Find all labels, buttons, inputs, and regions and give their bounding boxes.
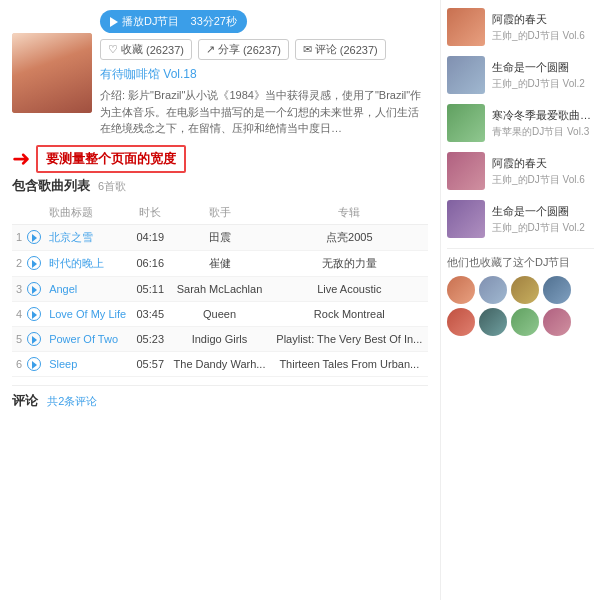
fan-avatar[interactable] xyxy=(511,308,539,336)
play-duration: 33分27秒 xyxy=(191,14,237,29)
play-circle-icon[interactable] xyxy=(27,332,41,346)
fan-avatar[interactable] xyxy=(543,276,571,304)
annotation-box: 要测量整个页面的宽度 xyxy=(36,145,186,173)
sidebar-song-sub: 王帅_的DJ节目 Vol.6 xyxy=(492,173,594,187)
sidebar-song-sub: 青苹果的DJ节目 Vol.3 xyxy=(492,125,594,139)
album-info: 播放DJ节目 33分27秒 ♡ 收藏 (26237) ↗ 分享 (26237) xyxy=(100,10,428,137)
sidebar-avatar xyxy=(447,104,485,142)
comment-count: (26237) xyxy=(340,44,378,56)
sidebar-song-name: 寒冷冬季最爱歌曲旅行 xyxy=(492,108,594,123)
song-title[interactable]: Angel xyxy=(45,276,132,301)
fan-avatar[interactable] xyxy=(447,276,475,304)
comments-section: 评论 共2条评论 xyxy=(12,385,428,410)
sidebar-related-item[interactable]: 阿霞的春天 王帅_的DJ节目 Vol.6 xyxy=(447,8,594,46)
song-num: 6 xyxy=(12,351,45,376)
sidebar-item-text: 生命是一个圆圈 王帅_的DJ节目 Vol.2 xyxy=(492,60,594,91)
table-row: 2 时代的晚上 06:16 崔健 无敌的力量 xyxy=(12,250,428,276)
song-num: 1 xyxy=(12,224,45,250)
share-icon: ↗ xyxy=(206,43,215,56)
sidebar-song-name: 生命是一个圆圈 xyxy=(492,60,594,75)
collect-button[interactable]: ♡ 收藏 (26237) xyxy=(100,39,192,60)
sidebar-related-item[interactable]: 阿霞的春天 王帅_的DJ节目 Vol.6 xyxy=(447,152,594,190)
table-row: 4 Love Of My Life 03:45 Queen Rock Montr… xyxy=(12,301,428,326)
play-circle-icon[interactable] xyxy=(27,230,41,244)
table-row: 6 Sleep 05:57 The Dandy Warh... Thirteen… xyxy=(12,351,428,376)
play-circle-icon[interactable] xyxy=(27,357,41,371)
col-artist: 歌手 xyxy=(168,201,270,225)
col-title: 歌曲标题 xyxy=(45,201,132,225)
sidebar-song-name: 生命是一个圆圈 xyxy=(492,204,594,219)
play-icon xyxy=(110,17,118,27)
song-artist: Queen xyxy=(168,301,270,326)
sidebar-item-text: 阿霞的春天 王帅_的DJ节目 Vol.6 xyxy=(492,12,594,43)
song-artist: 田震 xyxy=(168,224,270,250)
play-circle-icon[interactable] xyxy=(27,256,41,270)
sidebar-item-text: 阿霞的春天 王帅_的DJ节目 Vol.6 xyxy=(492,156,594,187)
song-duration: 05:11 xyxy=(132,276,168,301)
table-row: 1 北京之雪 04:19 田震 点亮2005 xyxy=(12,224,428,250)
col-duration: 时长 xyxy=(132,201,168,225)
song-count: 6首歌 xyxy=(98,179,126,194)
share-label: 分享 xyxy=(218,42,240,57)
fans-title: 他们也收藏了这个DJ节目 xyxy=(447,255,594,270)
sidebar-avatar xyxy=(447,200,485,238)
song-album: Rock Montreal xyxy=(271,301,428,326)
song-duration: 04:19 xyxy=(132,224,168,250)
play-button[interactable]: 播放DJ节目 33分27秒 xyxy=(100,10,247,33)
fan-avatar[interactable] xyxy=(479,276,507,304)
song-artist: 崔健 xyxy=(168,250,270,276)
fan-avatar[interactable] xyxy=(511,276,539,304)
fans-avatars xyxy=(447,276,594,336)
song-title[interactable]: Power Of Two xyxy=(45,326,132,351)
song-num: 5 xyxy=(12,326,45,351)
col-album: 专辑 xyxy=(271,201,428,225)
sidebar-avatar xyxy=(447,8,485,46)
song-album: Live Acoustic xyxy=(271,276,428,301)
share-button[interactable]: ↗ 分享 (26237) xyxy=(198,39,289,60)
sidebar-song-sub: 王帅_的DJ节目 Vol.2 xyxy=(492,221,594,235)
share-count: (26237) xyxy=(243,44,281,56)
fan-avatar[interactable] xyxy=(479,308,507,336)
song-duration: 06:16 xyxy=(132,250,168,276)
sidebar-related-item[interactable]: 生命是一个圆圈 王帅_的DJ节目 Vol.2 xyxy=(447,200,594,238)
collect-icon: ♡ xyxy=(108,43,118,56)
sidebar-related-item[interactable]: 生命是一个圆圈 王帅_的DJ节目 Vol.2 xyxy=(447,56,594,94)
sidebar-song-name: 阿霞的春天 xyxy=(492,156,594,171)
play-circle-icon[interactable] xyxy=(27,307,41,321)
sidebar-song-sub: 王帅_的DJ节目 Vol.2 xyxy=(492,77,594,91)
annotation-row: ➜ 要测量整个页面的宽度 xyxy=(12,145,428,173)
song-duration: 03:45 xyxy=(132,301,168,326)
play-circle-icon[interactable] xyxy=(27,282,41,296)
fan-avatar[interactable] xyxy=(543,308,571,336)
comment-icon: ✉ xyxy=(303,43,312,56)
song-title[interactable]: 北京之雪 xyxy=(45,224,132,250)
action-buttons: ♡ 收藏 (26237) ↗ 分享 (26237) ✉ 评论 (26237) xyxy=(100,39,428,60)
sidebar-related-item[interactable]: 寒冷冬季最爱歌曲旅行 青苹果的DJ节目 Vol.3 xyxy=(447,104,594,142)
fan-avatar[interactable] xyxy=(447,308,475,336)
sidebar-item-text: 生命是一个圆圈 王帅_的DJ节目 Vol.2 xyxy=(492,204,594,235)
sidebar-item-text: 寒冷冬季最爱歌曲旅行 青苹果的DJ节目 Vol.3 xyxy=(492,108,594,139)
sidebar: 阿霞的春天 王帅_的DJ节目 Vol.6 生命是一个圆圈 王帅_的DJ节目 Vo… xyxy=(440,0,600,600)
table-row: 3 Angel 05:11 Sarah McLachlan Live Acous… xyxy=(12,276,428,301)
comment-label: 评论 xyxy=(315,42,337,57)
song-num: 3 xyxy=(12,276,45,301)
song-title[interactable]: Love Of My Life xyxy=(45,301,132,326)
song-artist: Sarah McLachlan xyxy=(168,276,270,301)
song-duration: 05:23 xyxy=(132,326,168,351)
song-table: 歌曲标题 时长 歌手 专辑 1 北京之雪 04:19 田震 点亮2005 2 时… xyxy=(12,201,428,377)
song-num: 4 xyxy=(12,301,45,326)
comment-button[interactable]: ✉ 评论 (26237) xyxy=(295,39,386,60)
sidebar-avatar xyxy=(447,56,485,94)
song-title[interactable]: 时代的晚上 xyxy=(45,250,132,276)
sidebar-song-sub: 王帅_的DJ节目 Vol.6 xyxy=(492,29,594,43)
song-album: Thirteen Tales From Urban... xyxy=(271,351,428,376)
comments-sub: 共2条评论 xyxy=(47,395,97,407)
red-arrow-icon: ➜ xyxy=(12,146,30,172)
song-album: 无敌的力量 xyxy=(271,250,428,276)
comments-title: 评论 xyxy=(12,393,38,408)
collect-count: (26237) xyxy=(146,44,184,56)
song-album: Playlist: The Very Best Of In... xyxy=(271,326,428,351)
sidebar-divider xyxy=(447,248,594,249)
song-album: 点亮2005 xyxy=(271,224,428,250)
song-title[interactable]: Sleep xyxy=(45,351,132,376)
